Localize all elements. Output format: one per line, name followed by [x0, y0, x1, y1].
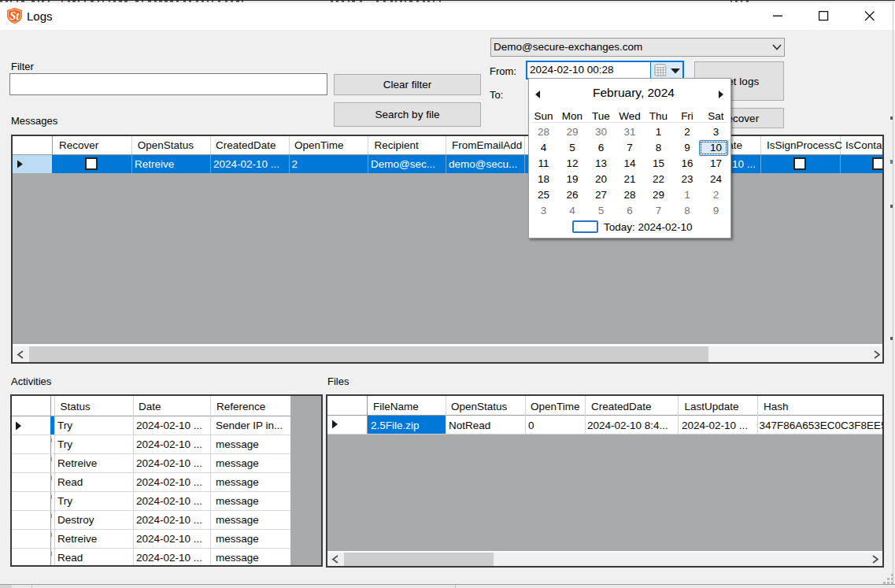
svg-text:St: St — [9, 10, 20, 22]
